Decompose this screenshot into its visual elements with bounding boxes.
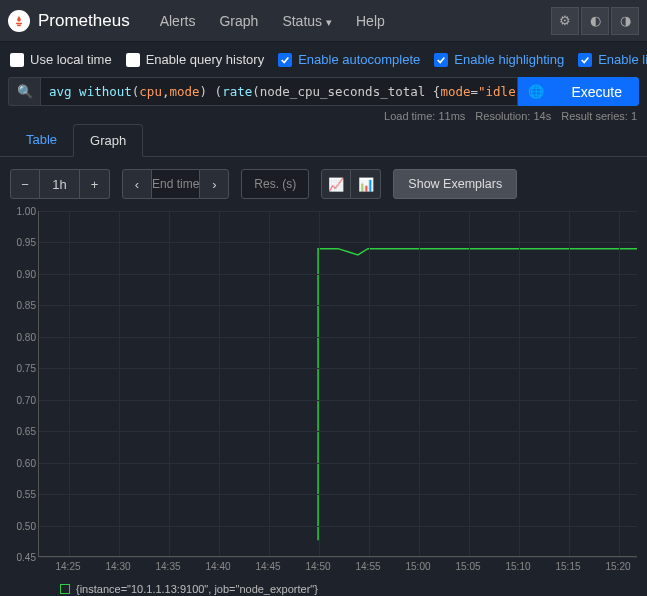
nav-graph[interactable]: Graph [209, 7, 268, 35]
y-axis: 0.450.500.550.600.650.700.750.800.850.90… [10, 211, 38, 557]
resolution-input[interactable]: Res. (s) [241, 169, 309, 199]
charttype-group: 📈 📊 [321, 169, 381, 199]
x-axis: 14:2514:3014:3514:4014:4514:5014:5515:00… [38, 559, 637, 575]
legend: {instance="10.1.1.13:9100", job="node_ex… [0, 575, 647, 595]
options-row: Use local time Enable query history Enab… [0, 42, 647, 77]
range-value[interactable]: 1h [40, 169, 80, 199]
opt-local-time[interactable]: Use local time [10, 52, 112, 67]
line-series [39, 211, 637, 556]
top-navbar: Prometheus Alerts Graph Status ▾ Help ⚙ … [0, 0, 647, 42]
brand-title: Prometheus [38, 11, 130, 31]
range-decrease-button[interactable]: − [10, 169, 40, 199]
status-resolution: Resolution: 14s [475, 110, 551, 122]
query-search-button[interactable]: 🔍 [8, 77, 40, 106]
show-exemplars-button[interactable]: Show Exemplars [393, 169, 517, 199]
range-group: − 1h + [10, 169, 110, 199]
checkbox-icon [10, 53, 24, 67]
checkbox-checked-icon [278, 53, 292, 67]
gear-icon: ⚙ [559, 13, 571, 28]
theme-contrast-button[interactable]: ◑ [611, 7, 639, 35]
stacked-chart-icon: 📊 [358, 177, 374, 192]
line-chart-icon: 📈 [328, 177, 344, 192]
theme-dark-button[interactable]: ◐ [581, 7, 609, 35]
globe-icon: 🌐 [528, 84, 544, 99]
contrast-icon: ◑ [620, 13, 631, 28]
moon-icon: ◐ [590, 13, 601, 28]
legend-label[interactable]: {instance="10.1.1.13:9100", job="node_ex… [76, 583, 318, 595]
nav-help[interactable]: Help [346, 7, 395, 35]
endtime-next-button[interactable]: › [199, 169, 229, 199]
opt-linter[interactable]: Enable linter [578, 52, 647, 67]
settings-button[interactable]: ⚙ [551, 7, 579, 35]
status-load: Load time: 11ms [384, 110, 465, 122]
chevron-left-icon: ‹ [135, 177, 139, 192]
checkbox-icon [126, 53, 140, 67]
query-row: 🔍 avg without(cpu,mode) (rate(node_cpu_s… [0, 77, 647, 106]
nav-links: Alerts Graph Status ▾ Help [150, 7, 551, 35]
execute-button[interactable]: Execute [554, 77, 639, 106]
opt-autocomplete[interactable]: Enable autocomplete [278, 52, 420, 67]
query-globe-button[interactable]: 🌐 [518, 77, 554, 106]
endtime-group: ‹ End time › [122, 169, 229, 199]
endtime-prev-button[interactable]: ‹ [122, 169, 152, 199]
endtime-input[interactable]: End time [152, 169, 199, 199]
prometheus-logo [8, 10, 30, 32]
nav-status[interactable]: Status ▾ [272, 7, 342, 35]
opt-highlighting[interactable]: Enable highlighting [434, 52, 564, 67]
chevron-down-icon: ▾ [326, 16, 332, 28]
view-tabs: Table Graph [0, 124, 647, 157]
chart-stacked-button[interactable]: 📊 [351, 169, 381, 199]
checkbox-checked-icon [434, 53, 448, 67]
tab-graph[interactable]: Graph [73, 124, 143, 157]
chart-area: 0.450.500.550.600.650.700.750.800.850.90… [10, 211, 637, 575]
search-icon: 🔍 [17, 84, 33, 99]
chevron-right-icon: › [212, 177, 216, 192]
query-input[interactable]: avg without(cpu,mode) (rate(node_cpu_sec… [40, 77, 518, 106]
status-series: Result series: 1 [561, 110, 637, 122]
checkbox-checked-icon [578, 53, 592, 67]
range-increase-button[interactable]: + [80, 169, 110, 199]
chart-line-button[interactable]: 📈 [321, 169, 351, 199]
plot-area[interactable] [38, 211, 637, 557]
graph-controls: − 1h + ‹ End time › Res. (s) 📈 📊 Show Ex… [0, 157, 647, 211]
legend-swatch [60, 584, 70, 594]
status-row: Load time: 11ms Resolution: 14s Result s… [0, 106, 647, 124]
tab-table[interactable]: Table [10, 124, 73, 156]
nav-alerts[interactable]: Alerts [150, 7, 206, 35]
opt-query-history[interactable]: Enable query history [126, 52, 265, 67]
